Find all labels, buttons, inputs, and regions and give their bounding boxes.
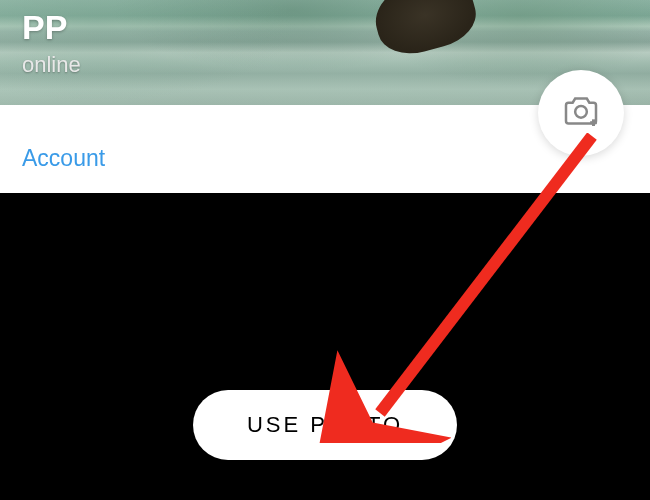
account-section-label: Account — [22, 145, 105, 172]
profile-name: PP — [22, 8, 67, 47]
photo-action-overlay: USE PHOTO — [0, 193, 650, 500]
svg-point-0 — [575, 106, 587, 118]
camera-fab-button[interactable] — [538, 70, 624, 156]
app-screen: PP online Account USE PHOTO — [0, 0, 650, 500]
camera-add-icon — [561, 91, 601, 135]
profile-status: online — [22, 52, 81, 78]
use-photo-button[interactable]: USE PHOTO — [193, 390, 457, 460]
